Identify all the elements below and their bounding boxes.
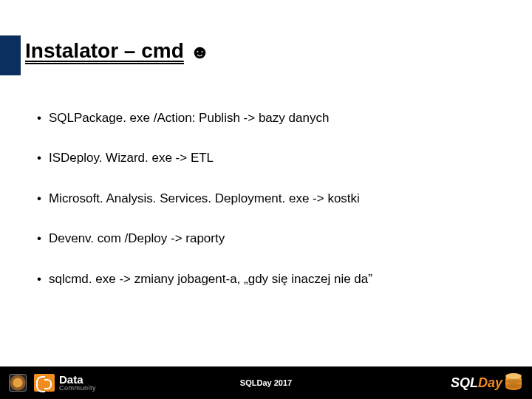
footer-center-text: SQLDay 2017 <box>240 378 292 387</box>
list-item: SQLPackage. exe /Action: Publish -> bazy… <box>37 111 502 126</box>
emblem-icon <box>9 374 27 392</box>
list-item: sqlcmd. exe -> zmiany jobagent-a, „gdy s… <box>37 272 502 287</box>
smiley-icon: ☻ <box>190 41 210 64</box>
top-band <box>0 0 532 35</box>
footer-left: Data Community <box>9 374 96 392</box>
bullet-text: sqlcmd. exe -> zmiany jobagent-a, „gdy s… <box>49 272 372 287</box>
database-icon <box>505 374 522 392</box>
slide: Instalator – cmd ☻ SQLPackage. exe /Acti… <box>0 0 532 399</box>
dc-text-big: Data <box>59 375 96 385</box>
list-item: Microsoft. Analysis. Services. Deploymen… <box>37 191 502 206</box>
sqlday-sql: SQL <box>451 375 478 391</box>
bullet-text: ISDeploy. Wizard. exe -> ETL <box>49 151 214 166</box>
sqlday-day: Day <box>478 375 502 391</box>
bullet-text: Devenv. com /Deploy -> raporty <box>49 231 225 246</box>
title-accent-box <box>0 35 21 75</box>
bullet-text: Microsoft. Analysis. Services. Deploymen… <box>49 191 360 206</box>
dc-text-small: Community <box>59 385 96 391</box>
bullet-text: SQLPackage. exe /Action: Publish -> bazy… <box>49 111 329 126</box>
slide-title: Instalator – cmd <box>25 40 184 64</box>
bullet-list: SQLPackage. exe /Action: Publish -> bazy… <box>37 111 502 312</box>
dc-text: Data Community <box>59 375 96 391</box>
sqlday-text: SQLDay <box>451 375 502 391</box>
data-community-logo: Data Community <box>34 374 96 392</box>
footer-right: SQLDay <box>451 374 522 392</box>
title-wrap: Instalator – cmd ☻ <box>25 40 210 64</box>
list-item: ISDeploy. Wizard. exe -> ETL <box>37 151 502 166</box>
footer-bar: Data Community SQLDay 2017 SQLDay <box>0 366 532 399</box>
list-item: Devenv. com /Deploy -> raporty <box>37 231 502 246</box>
dc-mark-icon <box>34 374 55 392</box>
sqlday-logo: SQLDay <box>451 374 522 392</box>
